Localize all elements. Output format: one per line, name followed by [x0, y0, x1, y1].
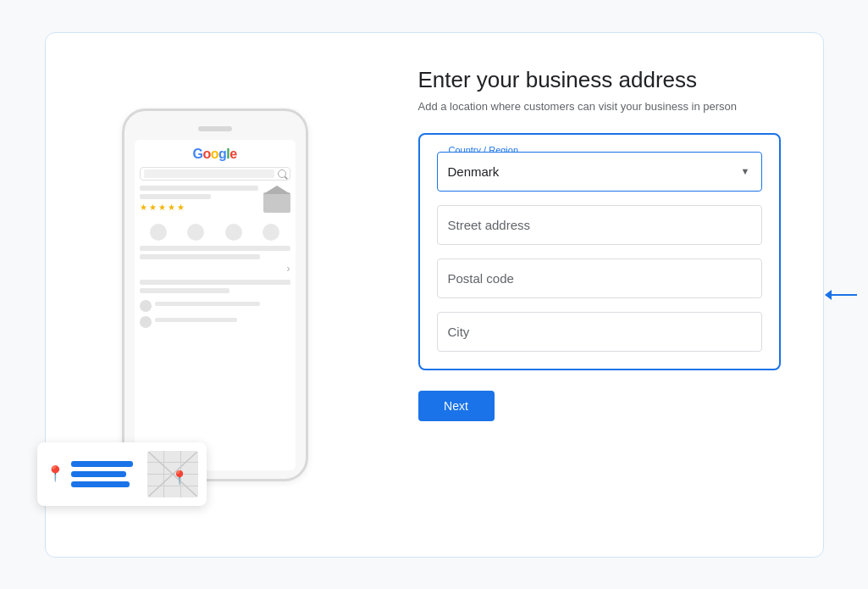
star-rating: ★ ★ ★ ★ ★	[140, 203, 258, 212]
phone-speaker	[198, 126, 232, 131]
arrow-indicator	[825, 290, 857, 300]
form-side: Enter your business address Add a locati…	[384, 33, 823, 557]
phone-content-row: ★ ★ ★ ★ ★	[140, 186, 290, 215]
postal-code-input[interactable]	[437, 258, 762, 298]
action-icon-4	[263, 224, 279, 241]
country-field-group: Country / Region Denmark United States U…	[437, 152, 762, 192]
phone-frame: Google ★ ★	[122, 108, 308, 481]
city-input[interactable]	[437, 312, 762, 352]
street-address-input[interactable]	[437, 205, 762, 245]
country-select-wrapper: Denmark United States United Kingdom Ger…	[437, 152, 762, 192]
arrow-line	[832, 294, 857, 296]
street-field-group	[437, 205, 762, 245]
phone-search-input-mock	[144, 169, 274, 178]
phone-illustration: Google ★ ★	[46, 33, 384, 557]
page-title: Enter your business address	[418, 67, 781, 93]
button-row: Next	[418, 391, 781, 421]
form-box: Country / Region Denmark United States U…	[418, 133, 781, 370]
chevron-right: ›	[140, 263, 290, 275]
main-card: Google ★ ★	[45, 32, 824, 558]
phone-action-icons	[140, 224, 290, 241]
card-overlay: 📍 📍	[37, 442, 207, 506]
map-pin-icon: 📍	[171, 470, 188, 486]
page-subtitle: Add a location where customers can visit…	[418, 100, 781, 113]
card-text-lines	[71, 461, 141, 487]
phone-screen: Google ★ ★	[135, 140, 296, 470]
search-icon	[278, 169, 286, 178]
action-icon-1	[150, 224, 167, 241]
phone-bottom	[140, 300, 290, 328]
next-button[interactable]: Next	[418, 391, 495, 421]
action-icon-2	[187, 224, 204, 241]
arrow-head	[825, 290, 832, 300]
phone-search-bar	[140, 167, 290, 181]
google-logo: Google	[140, 147, 290, 162]
action-icon-3	[225, 224, 242, 241]
city-field-group	[437, 312, 762, 352]
map-thumbnail: 📍	[147, 451, 198, 497]
building-icon	[263, 186, 290, 213]
postal-field-group	[437, 258, 762, 298]
country-select[interactable]: Denmark United States United Kingdom Ger…	[437, 152, 762, 192]
location-pin-icon: 📍	[46, 464, 64, 483]
